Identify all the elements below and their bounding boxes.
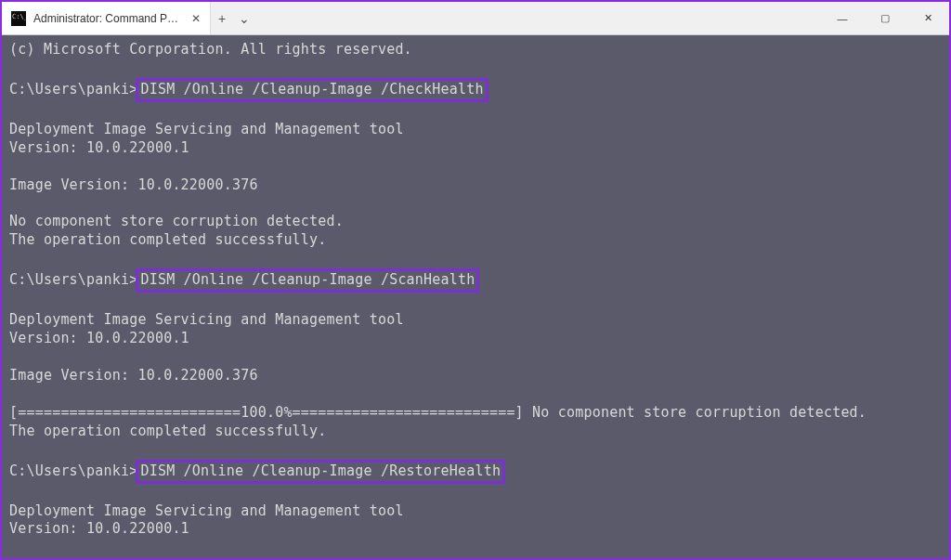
image-version-line: Image Version: 10.0.22000.376: [9, 367, 942, 385]
cmd-checkhealth: DISM /Online /Cleanup-Image /CheckHealth: [136, 78, 488, 102]
cmd-restorehealth: DISM /Online /Cleanup-Image /RestoreHeal…: [136, 460, 505, 484]
terminal-body[interactable]: (c) Microsoft Corporation. All rights re…: [2, 35, 949, 560]
blank-line: [9, 348, 942, 367]
version-line: Version: 10.0.22000.1: [9, 139, 942, 158]
tab-close-button[interactable]: ✕: [191, 12, 201, 25]
cmd-icon: [11, 11, 26, 26]
window-controls: — ▢ ✕: [821, 2, 949, 34]
blank-line: [9, 195, 942, 214]
blank-line: [9, 59, 942, 78]
version-line: Version: 10.0.22000.1: [9, 330, 942, 348]
copyright-line: (c) Microsoft Corporation. All rights re…: [9, 41, 942, 59]
prompt-text: C:\Users\panki>: [9, 462, 137, 479]
prompt-line-1: C:\Users\panki>DISM /Online /Cleanup-Ima…: [9, 78, 942, 102]
blank-line: [9, 158, 942, 176]
prompt-text: C:\Users\panki>: [9, 271, 137, 288]
tab-title: Administrator: Command Promp: [33, 12, 182, 25]
blank-line: [9, 250, 942, 268]
new-tab-button[interactable]: +: [218, 11, 226, 26]
blank-line: [9, 484, 942, 502]
cmd-scanhealth: DISM /Online /Cleanup-Image /ScanHealth: [136, 268, 479, 293]
prompt-text: C:\Users\panki>: [9, 81, 137, 98]
close-button[interactable]: ✕: [906, 2, 949, 34]
success-line: The operation completed successfully.: [9, 231, 942, 250]
tool-line: Deployment Image Servicing and Managemen…: [9, 502, 942, 521]
no-corruption-line: No component store corruption detected.: [9, 213, 942, 231]
blank-line: [9, 102, 942, 121]
blank-line: [9, 293, 942, 311]
progress-100-line: [==========================100.0%=======…: [9, 404, 942, 423]
tab-dropdown-button[interactable]: ⌄: [239, 11, 250, 26]
titlebar: Administrator: Command Promp ✕ + ⌄ — ▢ ✕: [2, 2, 949, 35]
tool-line: Deployment Image Servicing and Managemen…: [9, 121, 942, 139]
version-line: Version: 10.0.22000.1: [9, 520, 942, 539]
maximize-button[interactable]: ▢: [864, 2, 906, 34]
window-tab[interactable]: Administrator: Command Promp ✕: [2, 2, 211, 34]
prompt-line-2: C:\Users\panki>DISM /Online /Cleanup-Ima…: [9, 268, 942, 293]
blank-line: [9, 539, 942, 557]
blank-line: [9, 385, 942, 404]
minimize-button[interactable]: —: [821, 2, 864, 34]
tab-actions: + ⌄: [211, 11, 257, 26]
success-line: The operation completed successfully.: [9, 423, 942, 441]
image-version-line: Image Version: 10.0.22000.376: [9, 176, 942, 195]
prompt-line-3: C:\Users\panki>DISM /Online /Cleanup-Ima…: [9, 460, 942, 484]
tool-line: Deployment Image Servicing and Managemen…: [9, 311, 942, 330]
blank-line: [9, 441, 942, 460]
